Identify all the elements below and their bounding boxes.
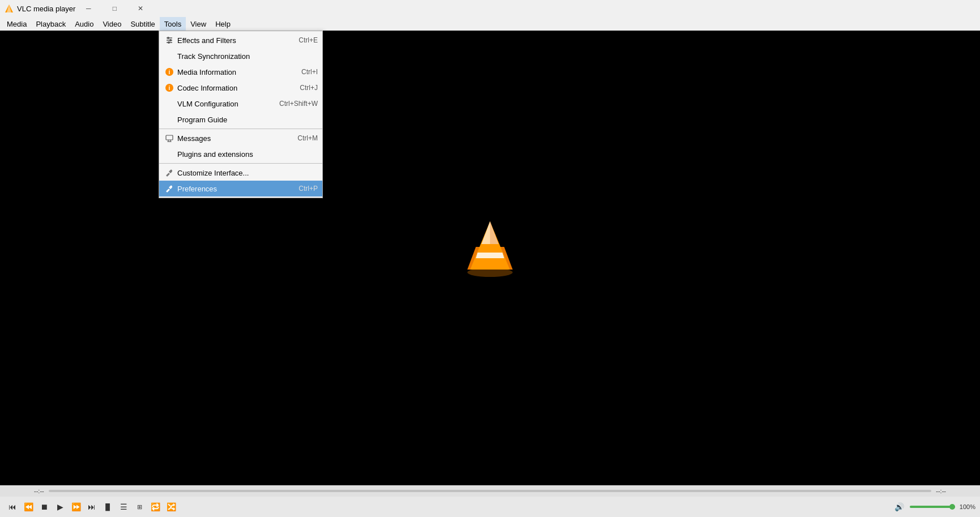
maximize-button[interactable]: □ <box>101 0 127 17</box>
volume-percent: 100% <box>960 503 975 510</box>
menu-item-preferences[interactable]: Preferences Ctrl+P <box>159 181 322 196</box>
vlm-label: VLM Configuration <box>177 100 275 108</box>
wrench-icon-preferences <box>164 183 175 194</box>
separator-2 <box>159 163 322 164</box>
svg-point-14 <box>168 41 170 44</box>
svg-marker-6 <box>476 253 504 258</box>
menu-tools[interactable]: Tools <box>160 17 186 31</box>
menu-item-effects[interactable]: Effects and Filters Ctrl+E <box>159 32 322 48</box>
svg-rect-15 <box>166 135 173 140</box>
preferences-shortcut: Ctrl+P <box>299 185 318 193</box>
minimize-button[interactable]: ─ <box>75 0 101 17</box>
previous-button[interactable]: ⏮ <box>5 499 20 515</box>
svg-rect-19 <box>166 173 170 177</box>
info-icon-media: i <box>164 66 175 78</box>
media-info-label: Media Information <box>177 68 297 76</box>
tools-dropdown-menu: Effects and Filters Ctrl+E Track Synchro… <box>159 31 323 198</box>
menu-item-messages[interactable]: Messages Ctrl+M <box>159 130 322 146</box>
messages-shortcut: Ctrl+M <box>297 134 318 142</box>
menubar: Media Playback Audio Video Subtitle Tool… <box>0 17 980 31</box>
seekbar-area: --:-- --:-- <box>0 485 980 497</box>
svg-marker-7 <box>490 221 498 244</box>
window-title: VLC media player <box>17 5 75 13</box>
frame-by-frame-button[interactable]: ▐▌ <box>100 499 116 515</box>
no-icon-program <box>164 114 175 125</box>
extended-settings-button[interactable]: ⊞ <box>131 499 147 515</box>
volume-slider[interactable] <box>910 506 955 508</box>
codec-info-label: Codec Information <box>177 84 295 92</box>
no-icon-plugins <box>164 148 175 160</box>
random-button[interactable]: 🔀 <box>163 499 179 515</box>
wrench-icon-customize <box>164 167 175 178</box>
menu-audio[interactable]: Audio <box>70 17 98 31</box>
no-icon-vlm <box>164 98 175 109</box>
separator-1 <box>159 129 322 129</box>
track-sync-label: Track Synchronization <box>177 52 313 61</box>
playback-controls: ⏮ ⏪ ⏹ ▶ ⏩ ⏭ ▐▌ ☰ ⊞ 🔁 🔀 🔊 100% <box>0 497 980 517</box>
customize-label: Customize Interface... <box>177 169 313 177</box>
info-icon-codec: i <box>164 82 175 93</box>
monitor-icon <box>164 133 175 144</box>
play-pause-button[interactable]: ▶ <box>52 499 68 515</box>
menu-view[interactable]: View <box>186 17 211 31</box>
stop-button[interactable]: ⏹ <box>36 499 52 515</box>
close-button[interactable]: ✕ <box>127 0 154 17</box>
codec-info-shortcut: Ctrl+J <box>300 84 318 92</box>
effects-shortcut: Ctrl+E <box>299 36 318 44</box>
svg-marker-8 <box>482 221 490 244</box>
sliders-icon <box>164 35 175 46</box>
time-remaining: --:-- <box>936 488 946 494</box>
app-icon <box>5 4 14 13</box>
menu-item-customize[interactable]: Customize Interface... <box>159 165 322 181</box>
vlc-logo <box>462 216 518 278</box>
playlist-button[interactable]: ☰ <box>116 499 131 515</box>
preferences-label: Preferences <box>177 185 294 193</box>
titlebar: VLC media player ─ □ ✕ <box>0 0 980 17</box>
bottom-controls: --:-- --:-- ⏮ ⏪ ⏹ ▶ ⏩ ⏭ ▐▌ ☰ ⊞ 🔁 🔀 🔊 100… <box>0 485 980 517</box>
menu-item-media-info[interactable]: i Media Information Ctrl+I <box>159 64 322 80</box>
next-button[interactable]: ⏭ <box>84 499 100 515</box>
svg-point-10 <box>167 37 169 39</box>
menu-item-vlm[interactable]: VLM Configuration Ctrl+Shift+W <box>159 96 322 112</box>
loop-button[interactable]: 🔁 <box>147 499 163 515</box>
volume-control: 🔊 100% <box>892 499 975 515</box>
no-icon-track <box>164 50 175 62</box>
messages-label: Messages <box>177 134 293 143</box>
svg-rect-20 <box>166 189 170 193</box>
menu-playback[interactable]: Playback <box>31 17 70 31</box>
media-info-shortcut: Ctrl+I <box>301 68 318 76</box>
program-guide-label: Program Guide <box>177 116 313 124</box>
fast-forward-button[interactable]: ⏩ <box>68 499 84 515</box>
rewind-button[interactable]: ⏪ <box>20 499 36 515</box>
menu-video[interactable]: Video <box>98 17 126 31</box>
menu-item-codec-info[interactable]: i Codec Information Ctrl+J <box>159 80 322 96</box>
menu-help[interactable]: Help <box>211 17 235 31</box>
plugins-label: Plugins and extensions <box>177 150 313 159</box>
video-area <box>0 31 980 463</box>
menu-subtitle[interactable]: Subtitle <box>126 17 159 31</box>
seekbar[interactable] <box>49 490 932 492</box>
time-elapsed: --:-- <box>34 488 44 494</box>
effects-label: Effects and Filters <box>177 36 294 45</box>
svg-point-12 <box>169 39 172 41</box>
menu-item-plugins[interactable]: Plugins and extensions <box>159 146 322 162</box>
mute-button[interactable]: 🔊 <box>892 499 907 515</box>
vlm-shortcut: Ctrl+Shift+W <box>279 100 318 108</box>
menu-item-program-guide[interactable]: Program Guide <box>159 112 322 127</box>
menu-media[interactable]: Media <box>2 17 31 31</box>
menu-item-track-sync[interactable]: Track Synchronization <box>159 48 322 64</box>
